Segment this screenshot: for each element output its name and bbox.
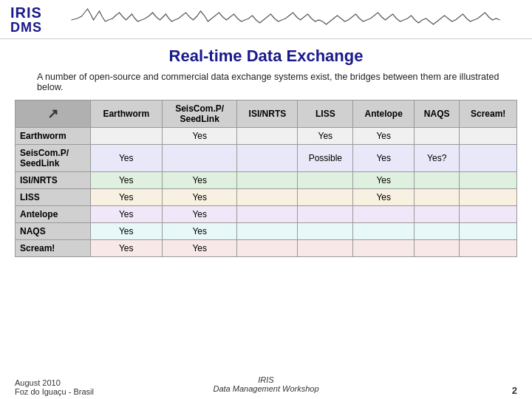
table-cell — [415, 127, 460, 144]
table-cell — [162, 144, 237, 171]
table-cell: Yes — [162, 239, 237, 256]
table-cell: Yes — [353, 188, 415, 205]
table-cell: Yes — [162, 171, 237, 188]
footer-location: August 2010 Foz do Iguaçu - Brasil — [15, 378, 94, 396]
table-cell: Yes — [162, 127, 237, 144]
table-row: AntelopeYesYes — [16, 205, 517, 222]
row-label: Scream! — [16, 239, 91, 256]
table-cell — [298, 205, 353, 222]
table-cell: Yes — [90, 222, 162, 239]
table-cell: Yes — [90, 171, 162, 188]
table-row: EarthwormYesYesYes — [16, 127, 517, 144]
table-cell — [298, 171, 353, 188]
table-cell — [353, 222, 415, 239]
iris-logo: IRIS DMS — [10, 4, 42, 35]
table-cell — [353, 205, 415, 222]
corner-arrow-icon: ↗ — [47, 106, 58, 121]
col-isinrts: ISI/NRTS — [237, 100, 298, 127]
table-cell — [415, 171, 460, 188]
table-cell — [237, 205, 298, 222]
row-label: NAQS — [16, 222, 91, 239]
table-cell: Possible — [298, 144, 353, 171]
col-naqs: NAQS — [415, 100, 460, 127]
table-cell — [460, 239, 517, 256]
page-header: IRIS DMS — [0, 0, 532, 39]
row-label: SeisCom.P/SeedLink — [16, 144, 91, 171]
iris-label: IRIS — [10, 4, 42, 21]
col-seiscomp: SeisCom.P/SeedLink — [162, 100, 237, 127]
table-cell — [460, 222, 517, 239]
main-content: Real-time Data Exchange A number of open… — [0, 39, 532, 262]
table-row: LISSYesYesYes — [16, 188, 517, 205]
table-cell — [298, 239, 353, 256]
table-cell: Yes — [298, 127, 353, 144]
page-footer: August 2010 Foz do Iguaçu - Brasil IRIS … — [0, 378, 532, 396]
table-cell — [415, 205, 460, 222]
table-cell: Yes — [353, 127, 415, 144]
table-cell — [237, 171, 298, 188]
table-cell: Yes? — [415, 144, 460, 171]
table-cell — [237, 144, 298, 171]
footer-date: August 2010 — [15, 378, 94, 387]
table-header-row: ↗ Earthworm SeisCom.P/SeedLink ISI/NRTS … — [16, 100, 517, 127]
table-cell — [460, 205, 517, 222]
footer-iris-label: IRIS — [213, 375, 318, 384]
table-row: SeisCom.P/SeedLinkYesPossibleYesYes? — [16, 144, 517, 171]
col-earthworm: Earthworm — [90, 100, 162, 127]
table-cell — [298, 222, 353, 239]
table-row: ISI/NRTSYesYesYes — [16, 171, 517, 188]
table-cell — [415, 222, 460, 239]
table-cell — [237, 222, 298, 239]
col-scream: Scream! — [460, 100, 517, 127]
table-cell — [298, 188, 353, 205]
table-cell: Yes — [162, 188, 237, 205]
footer-workshop-label: Data Management Workshop — [213, 384, 318, 393]
footer-city: Foz do Iguaçu - Brasil — [15, 387, 94, 396]
row-label: LISS — [16, 188, 91, 205]
exchange-table: ↗ Earthworm SeisCom.P/SeedLink ISI/NRTS … — [15, 100, 517, 257]
table-cell — [237, 188, 298, 205]
table-cell: Yes — [90, 205, 162, 222]
page-number: 2 — [512, 385, 517, 396]
row-label: Earthworm — [16, 127, 91, 144]
table-cell — [460, 127, 517, 144]
table-cell — [353, 239, 415, 256]
table-cell: Yes — [353, 171, 415, 188]
table-cell — [237, 127, 298, 144]
row-label: Antelope — [16, 205, 91, 222]
table-cell — [460, 171, 517, 188]
table-cell — [415, 239, 460, 256]
table-cell: Yes — [90, 144, 162, 171]
table-cell: Yes — [162, 205, 237, 222]
table-cell — [90, 127, 162, 144]
table-cell — [460, 144, 517, 171]
col-liss: LISS — [298, 100, 353, 127]
row-label: ISI/NRTS — [16, 171, 91, 188]
corner-cell: ↗ — [16, 100, 91, 127]
table-cell — [415, 188, 460, 205]
page-description: A number of open-source and commercial d… — [15, 72, 517, 92]
table-cell — [460, 188, 517, 205]
table-cell: Yes — [90, 188, 162, 205]
table-row: Scream!YesYes — [16, 239, 517, 256]
table-cell: Yes — [90, 239, 162, 256]
table-row: NAQSYesYes — [16, 222, 517, 239]
table-cell: Yes — [162, 222, 237, 239]
footer-center-info: IRIS Data Management Workshop — [213, 375, 318, 393]
dms-label: DMS — [10, 21, 42, 35]
col-antelope: Antelope — [353, 100, 415, 127]
table-cell: Yes — [353, 144, 415, 171]
waveform-decoration — [50, 5, 522, 35]
table-cell — [237, 239, 298, 256]
page-title: Real-time Data Exchange — [15, 47, 517, 66]
